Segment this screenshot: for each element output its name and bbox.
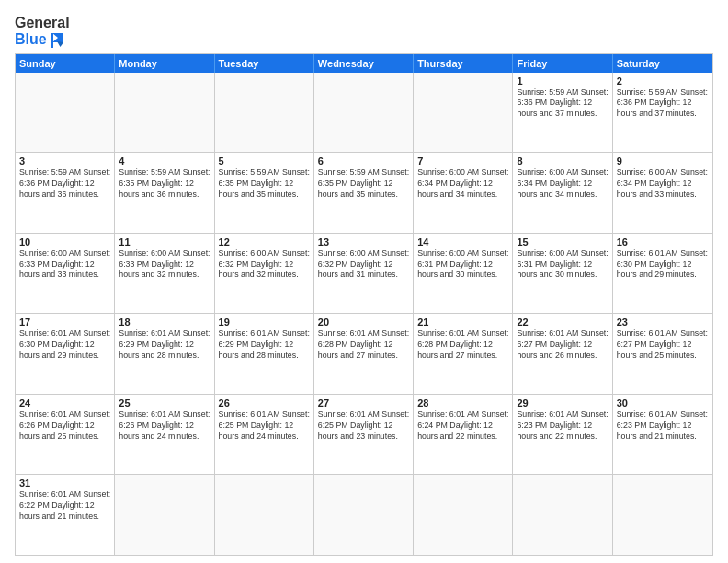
- day-info: Sunrise: 6:01 AM Sunset: 6:25 PM Dayligh…: [219, 409, 310, 442]
- day-info: Sunrise: 6:01 AM Sunset: 6:22 PM Dayligh…: [19, 489, 110, 523]
- logo-general: General: [15, 15, 70, 31]
- day-info: Sunrise: 6:01 AM Sunset: 6:28 PM Dayligh…: [417, 328, 508, 362]
- day-cell: 14Sunrise: 6:00 AM Sunset: 6:31 PM Dayli…: [414, 234, 513, 314]
- day-cell: 18Sunrise: 6:01 AM Sunset: 6:29 PM Dayli…: [115, 314, 214, 394]
- calendar: SundayMondayTuesdayWednesdayThursdayFrid…: [15, 53, 713, 556]
- day-cell: 31Sunrise: 6:01 AM Sunset: 6:22 PM Dayli…: [16, 475, 115, 555]
- day-number: 1: [517, 75, 608, 86]
- day-number: 31: [19, 477, 110, 488]
- day-cell: [115, 475, 214, 555]
- day-info: Sunrise: 6:00 AM Sunset: 6:32 PM Dayligh…: [219, 248, 310, 282]
- header: General Blue: [15, 15, 713, 48]
- week-row-1: 1Sunrise: 5:59 AM Sunset: 6:36 PM Daylig…: [16, 73, 712, 153]
- day-number: 22: [517, 316, 608, 327]
- day-number: 17: [19, 316, 110, 327]
- day-info: Sunrise: 5:59 AM Sunset: 6:36 PM Dayligh…: [19, 167, 110, 201]
- day-info: Sunrise: 6:01 AM Sunset: 6:27 PM Dayligh…: [617, 328, 709, 362]
- day-number: 3: [19, 155, 110, 167]
- day-cell: 15Sunrise: 6:00 AM Sunset: 6:31 PM Dayli…: [513, 234, 612, 314]
- day-info: Sunrise: 6:01 AM Sunset: 6:29 PM Dayligh…: [119, 328, 210, 362]
- day-header-friday: Friday: [513, 54, 612, 73]
- logo-flag-icon: [49, 31, 65, 48]
- day-number: 8: [517, 155, 608, 167]
- day-cell: 11Sunrise: 6:00 AM Sunset: 6:33 PM Dayli…: [115, 234, 214, 314]
- day-number: 10: [19, 236, 110, 247]
- day-number: 4: [119, 155, 210, 167]
- day-cell: 3Sunrise: 5:59 AM Sunset: 6:36 PM Daylig…: [16, 153, 115, 233]
- day-cell: 23Sunrise: 6:01 AM Sunset: 6:27 PM Dayli…: [613, 314, 712, 394]
- day-cell: 20Sunrise: 6:01 AM Sunset: 6:28 PM Dayli…: [314, 314, 414, 394]
- day-cell: 13Sunrise: 6:00 AM Sunset: 6:32 PM Dayli…: [314, 234, 414, 314]
- day-number: 24: [19, 397, 110, 408]
- day-number: 11: [119, 236, 210, 247]
- day-header-saturday: Saturday: [613, 54, 712, 73]
- day-cell: [16, 73, 115, 153]
- day-number: 16: [617, 236, 709, 247]
- day-cell: 10Sunrise: 6:00 AM Sunset: 6:33 PM Dayli…: [16, 234, 115, 314]
- week-row-4: 17Sunrise: 6:01 AM Sunset: 6:30 PM Dayli…: [16, 313, 712, 394]
- day-info: Sunrise: 6:01 AM Sunset: 6:26 PM Dayligh…: [119, 409, 210, 442]
- day-cell: 27Sunrise: 6:01 AM Sunset: 6:25 PM Dayli…: [314, 395, 414, 475]
- day-info: Sunrise: 6:01 AM Sunset: 6:24 PM Dayligh…: [417, 409, 508, 442]
- day-number: 28: [417, 397, 508, 408]
- day-cell: [314, 73, 414, 153]
- day-cell: [613, 475, 712, 555]
- day-cell: 8Sunrise: 6:00 AM Sunset: 6:34 PM Daylig…: [513, 153, 612, 233]
- week-row-6: 31Sunrise: 6:01 AM Sunset: 6:22 PM Dayli…: [16, 474, 712, 555]
- day-info: Sunrise: 6:00 AM Sunset: 6:31 PM Dayligh…: [517, 248, 608, 282]
- day-number: 26: [219, 397, 310, 408]
- day-cell: [414, 73, 513, 153]
- day-number: 13: [318, 236, 409, 247]
- day-info: Sunrise: 6:00 AM Sunset: 6:33 PM Dayligh…: [19, 248, 110, 282]
- day-header-wednesday: Wednesday: [314, 54, 414, 73]
- day-info: Sunrise: 6:00 AM Sunset: 6:32 PM Dayligh…: [318, 248, 409, 282]
- logo: General Blue: [15, 15, 70, 48]
- day-cell: [414, 475, 513, 555]
- day-info: Sunrise: 6:00 AM Sunset: 6:31 PM Dayligh…: [417, 248, 508, 282]
- day-header-thursday: Thursday: [414, 54, 513, 73]
- day-cell: 22Sunrise: 6:01 AM Sunset: 6:27 PM Dayli…: [513, 314, 612, 394]
- day-cell: 29Sunrise: 6:01 AM Sunset: 6:23 PM Dayli…: [513, 395, 612, 475]
- day-info: Sunrise: 6:00 AM Sunset: 6:34 PM Dayligh…: [517, 167, 608, 201]
- day-info: Sunrise: 6:01 AM Sunset: 6:29 PM Dayligh…: [219, 328, 310, 362]
- logo-container: General Blue: [15, 15, 70, 48]
- day-cell: 30Sunrise: 6:01 AM Sunset: 6:23 PM Dayli…: [613, 395, 712, 475]
- day-info: Sunrise: 5:59 AM Sunset: 6:36 PM Dayligh…: [617, 87, 709, 121]
- day-cell: 26Sunrise: 6:01 AM Sunset: 6:25 PM Dayli…: [215, 395, 314, 475]
- day-info: Sunrise: 6:00 AM Sunset: 6:34 PM Dayligh…: [617, 167, 709, 201]
- day-info: Sunrise: 5:59 AM Sunset: 6:35 PM Dayligh…: [119, 167, 210, 201]
- day-number: 30: [617, 397, 709, 408]
- day-number: 6: [318, 155, 409, 167]
- day-info: Sunrise: 6:01 AM Sunset: 6:30 PM Dayligh…: [19, 328, 110, 362]
- day-info: Sunrise: 6:01 AM Sunset: 6:27 PM Dayligh…: [517, 328, 608, 362]
- day-number: 20: [318, 316, 409, 327]
- day-cell: 19Sunrise: 6:01 AM Sunset: 6:29 PM Dayli…: [215, 314, 314, 394]
- day-cell: 2Sunrise: 5:59 AM Sunset: 6:36 PM Daylig…: [613, 73, 712, 153]
- day-cell: 12Sunrise: 6:00 AM Sunset: 6:32 PM Dayli…: [215, 234, 314, 314]
- week-row-2: 3Sunrise: 5:59 AM Sunset: 6:36 PM Daylig…: [16, 152, 712, 233]
- day-header-sunday: Sunday: [16, 54, 115, 73]
- day-info: Sunrise: 6:01 AM Sunset: 6:25 PM Dayligh…: [318, 409, 409, 442]
- day-cell: [215, 73, 314, 153]
- weeks-container: 1Sunrise: 5:59 AM Sunset: 6:36 PM Daylig…: [16, 73, 712, 555]
- day-number: 29: [517, 397, 608, 408]
- week-row-3: 10Sunrise: 6:00 AM Sunset: 6:33 PM Dayli…: [16, 233, 712, 314]
- day-number: 9: [617, 155, 709, 167]
- day-cell: 17Sunrise: 6:01 AM Sunset: 6:30 PM Dayli…: [16, 314, 115, 394]
- day-cell: 21Sunrise: 6:01 AM Sunset: 6:28 PM Dayli…: [414, 314, 513, 394]
- svg-marker-0: [52, 33, 63, 42]
- day-info: Sunrise: 6:00 AM Sunset: 6:33 PM Dayligh…: [119, 248, 210, 282]
- day-cell: [215, 475, 314, 555]
- day-info: Sunrise: 5:59 AM Sunset: 6:35 PM Dayligh…: [318, 167, 409, 201]
- day-cell: 24Sunrise: 6:01 AM Sunset: 6:26 PM Dayli…: [16, 395, 115, 475]
- week-row-5: 24Sunrise: 6:01 AM Sunset: 6:26 PM Dayli…: [16, 394, 712, 475]
- day-cell: 4Sunrise: 5:59 AM Sunset: 6:35 PM Daylig…: [115, 153, 214, 233]
- day-cell: 7Sunrise: 6:00 AM Sunset: 6:34 PM Daylig…: [414, 153, 513, 233]
- day-cell: 6Sunrise: 5:59 AM Sunset: 6:35 PM Daylig…: [314, 153, 414, 233]
- day-info: Sunrise: 5:59 AM Sunset: 6:35 PM Dayligh…: [219, 167, 310, 201]
- day-cell: 25Sunrise: 6:01 AM Sunset: 6:26 PM Dayli…: [115, 395, 214, 475]
- logo-blue: Blue: [15, 31, 47, 48]
- day-header-monday: Monday: [115, 54, 214, 73]
- day-info: Sunrise: 6:01 AM Sunset: 6:23 PM Dayligh…: [517, 409, 608, 442]
- day-number: 14: [417, 236, 508, 247]
